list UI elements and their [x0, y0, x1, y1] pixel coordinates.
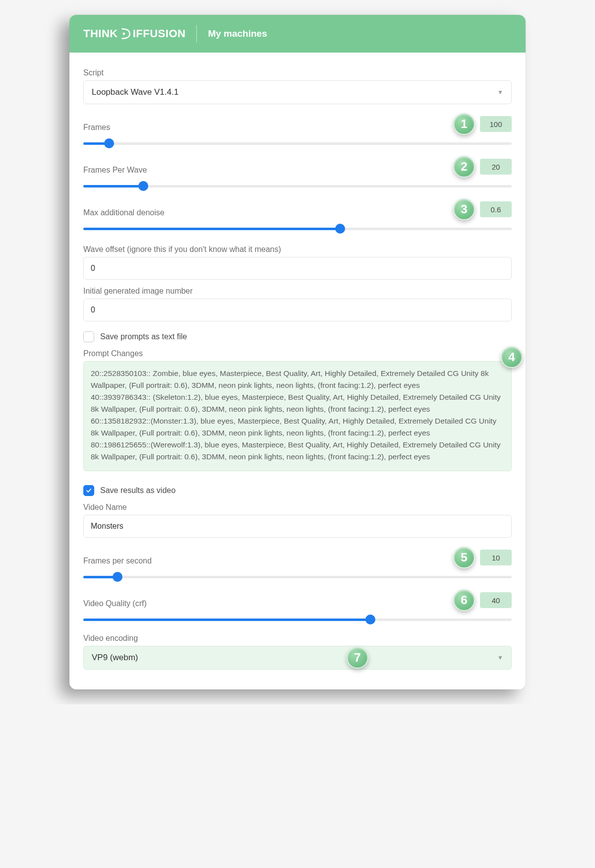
brand-text-1: THINK — [83, 27, 118, 40]
frames-slider[interactable] — [83, 140, 512, 147]
brand-swirl-icon — [119, 27, 132, 40]
video-quality-row: Video Quality (crf) 6 40 — [83, 589, 512, 623]
video-quality-value[interactable]: 40 — [480, 592, 512, 608]
frames-per-wave-label: Frames Per Wave — [83, 166, 147, 175]
page-title: My machines — [208, 28, 267, 39]
save-video-checkbox[interactable] — [83, 485, 94, 496]
video-encoding-select[interactable]: VP9 (webm) ▼ — [83, 646, 512, 670]
video-encoding-value: VP9 (webm) — [92, 653, 138, 663]
video-encoding-label: Video encoding — [83, 634, 512, 643]
header-divider — [196, 25, 197, 42]
initial-img-num-label: Initial generated image number — [83, 287, 512, 296]
app-frame: THINK IFFUSION My machines Script Loopba… — [69, 15, 526, 689]
app-header: THINK IFFUSION My machines — [69, 15, 526, 53]
callout-4: 4 — [501, 346, 523, 368]
script-select-value: Loopback Wave V1.4.1 — [92, 87, 178, 97]
svg-point-0 — [122, 33, 125, 35]
video-name-input[interactable] — [83, 515, 512, 538]
max-denoise-value[interactable]: 0.6 — [480, 201, 512, 217]
script-select[interactable]: Loopback Wave V1.4.1 ▼ — [83, 80, 512, 104]
brand-logo: THINK IFFUSION — [83, 27, 185, 40]
chevron-down-icon: ▼ — [497, 89, 503, 96]
prompt-changes-label: Prompt Changes — [83, 349, 512, 358]
callout-2: 2 — [453, 156, 475, 178]
max-denoise-label: Max additional denoise — [83, 208, 165, 217]
initial-img-num-input[interactable] — [83, 299, 512, 321]
save-prompts-row: Save prompts as text file — [83, 331, 512, 342]
save-video-row: Save results as video — [83, 485, 512, 496]
fps-value[interactable]: 10 — [480, 550, 512, 565]
brand-text-2: IFFUSION — [133, 27, 186, 40]
max-denoise-slider[interactable] — [83, 225, 512, 232]
wave-offset-input[interactable] — [83, 257, 512, 280]
frames-value[interactable]: 100 — [480, 116, 512, 132]
check-icon — [85, 487, 92, 494]
callout-7: 7 — [347, 647, 368, 669]
frames-per-wave-slider[interactable] — [83, 183, 512, 189]
frames-per-wave-value[interactable]: 20 — [480, 159, 512, 175]
frames-label: Frames — [83, 123, 110, 132]
video-quality-label: Video Quality (crf) — [83, 599, 147, 608]
fps-row: Frames per second 5 10 — [83, 547, 512, 580]
max-denoise-row: Max additional denoise 3 0.6 — [83, 198, 512, 232]
callout-3: 3 — [453, 198, 475, 220]
prompt-changes-textarea[interactable]: 20::2528350103:: Zombie, blue eyes, Mast… — [83, 361, 512, 471]
save-video-label: Save results as video — [100, 486, 176, 495]
fps-label: Frames per second — [83, 557, 152, 565]
script-label: Script — [83, 68, 512, 77]
callout-6: 6 — [453, 589, 475, 611]
callout-5: 5 — [453, 547, 475, 568]
save-prompts-label: Save prompts as text file — [100, 332, 187, 341]
content-area: Script Loopback Wave V1.4.1 ▼ Frames 1 1… — [69, 53, 526, 689]
chevron-down-icon: ▼ — [497, 654, 503, 661]
callout-1: 1 — [453, 113, 475, 135]
save-prompts-checkbox[interactable] — [83, 331, 94, 342]
video-quality-slider[interactable] — [83, 616, 512, 623]
wave-offset-label: Wave offset (ignore this if you don't kn… — [83, 245, 512, 254]
frames-per-wave-row: Frames Per Wave 2 20 — [83, 156, 512, 189]
video-name-label: Video Name — [83, 503, 512, 512]
frames-row: Frames 1 100 — [83, 113, 512, 147]
fps-slider[interactable] — [83, 573, 512, 580]
